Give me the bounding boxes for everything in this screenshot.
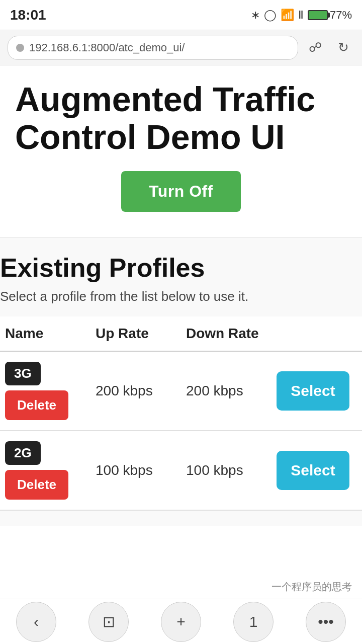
table-row: 3G Delete 200 kbps 200 kbps Select [0, 352, 362, 431]
battery-percent: 77% [330, 9, 352, 22]
profile-down-rate-3g: 200 kbps [186, 383, 277, 399]
bluetooth-icon: ∗ [251, 9, 260, 22]
col-action [277, 326, 357, 342]
profile-name-cell-3g: 3G Delete [5, 362, 96, 420]
bookmark-icon[interactable]: ☍ [304, 37, 326, 59]
signal-icon: Ⅱ [298, 9, 304, 22]
table-row: 2G Delete 100 kbps 100 kbps Select [0, 431, 362, 511]
page-title: Augmented Traffic Control Demo UI [15, 80, 347, 156]
alarm-icon: ◯ [264, 9, 277, 22]
turn-off-button[interactable]: Turn Off [121, 171, 241, 212]
profile-name-cell-2g: 2G Delete [5, 441, 96, 500]
select-button-2g[interactable]: Select [277, 451, 349, 490]
battery-container: 77% [308, 9, 352, 22]
bottom-nav: ‹ ⊡ + 1 ••• [0, 599, 362, 644]
select-button-3g[interactable]: Select [277, 371, 349, 411]
wifi-icon: 📶 [281, 9, 294, 22]
more-button[interactable]: ••• [306, 602, 346, 642]
status-icons: ∗ ◯ 📶 Ⅱ 77% [251, 9, 352, 22]
add-button[interactable]: + [161, 602, 201, 642]
col-name: Name [5, 326, 96, 342]
col-down-rate: Down Rate [186, 326, 277, 342]
profiles-subtitle: Select a profile from the list below to … [0, 289, 362, 304]
back-button[interactable]: ‹ [16, 602, 56, 642]
secure-icon [16, 44, 24, 52]
profile-badge-3g: 3G [5, 362, 41, 385]
refresh-icon[interactable]: ↻ [332, 37, 354, 59]
status-bar: 18:01 ∗ ◯ 📶 Ⅱ 77% [0, 0, 362, 30]
delete-button-2g[interactable]: Delete [5, 470, 68, 500]
tabs-button[interactable]: ⊡ [88, 602, 129, 642]
url-box[interactable]: 192.168.6.1:8000/atc_demo_ui/ [8, 36, 298, 60]
status-time: 18:01 [10, 7, 46, 23]
table-header: Name Up Rate Down Rate [0, 316, 362, 352]
page-num-button[interactable]: 1 [233, 602, 274, 642]
main-content: Augmented Traffic Control Demo UI Turn O… [0, 65, 362, 227]
col-up-rate: Up Rate [96, 326, 186, 342]
url-text: 192.168.6.1:8000/atc_demo_ui/ [29, 41, 290, 54]
profiles-section: Existing Profiles Select a profile from … [0, 237, 362, 526]
browser-bar: 192.168.6.1:8000/atc_demo_ui/ ☍ ↻ [0, 30, 362, 65]
profile-up-rate-3g: 200 kbps [96, 383, 186, 399]
profile-badge-2g: 2G [5, 441, 41, 465]
profiles-heading: Existing Profiles [0, 253, 362, 283]
battery-icon [308, 10, 328, 20]
watermark: 一个程序员的思考 [272, 580, 352, 594]
delete-button-3g[interactable]: Delete [5, 390, 68, 420]
profile-down-rate-2g: 100 kbps [186, 462, 277, 478]
profile-up-rate-2g: 100 kbps [96, 462, 186, 478]
